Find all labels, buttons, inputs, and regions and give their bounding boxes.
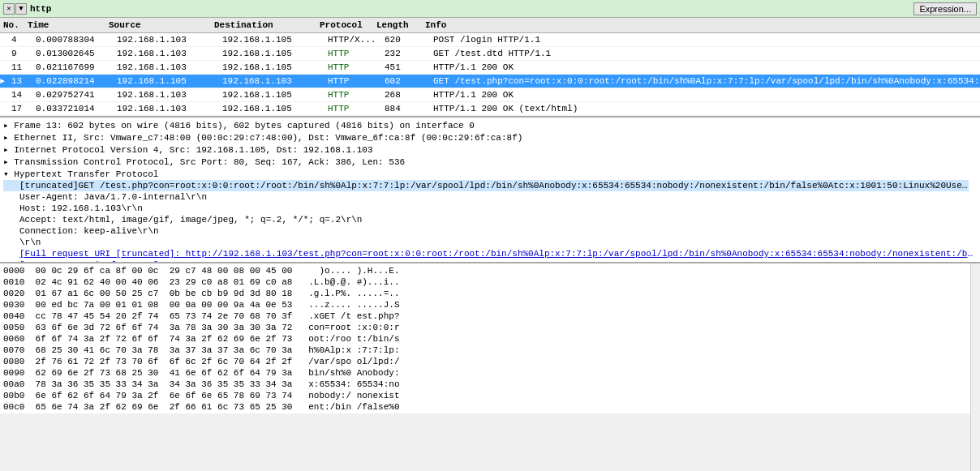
packet-row[interactable]: 110.021167699192.168.1.103192.168.1.105H… bbox=[0, 61, 980, 75]
row-arrow bbox=[0, 48, 8, 59]
row-time: 0.029752741 bbox=[32, 89, 114, 101]
detail-host: Host: 192.168.1.103\r\n bbox=[3, 203, 977, 214]
row-time: 0.022898214 bbox=[32, 75, 114, 87]
filter-label: http bbox=[30, 4, 51, 14]
row-arrow bbox=[0, 89, 8, 101]
packet-list-header: No. Time Source Destination Protocol Len… bbox=[0, 18, 980, 33]
hex-dump: 0000 00 0c 29 6f ca 8f 00 0c 29 c7 48 00… bbox=[0, 263, 970, 471]
filter-bar: ✕ ▼ http Expression... bbox=[0, 0, 980, 18]
detail-frame[interactable]: Frame 13: 602 bytes on wire (4816 bits),… bbox=[3, 119, 977, 131]
row-length: 451 bbox=[381, 62, 430, 73]
row-protocol: HTTP/X... bbox=[325, 34, 381, 45]
hex-row: 0050 63 6f 6e 3d 72 6f 6f 74 3a 78 3a 30… bbox=[3, 322, 967, 333]
row-arrow bbox=[0, 34, 8, 45]
hex-dump-content: 0000 00 0c 29 6f ca 8f 00 0c 29 c7 48 00… bbox=[0, 263, 970, 413]
row-length: 602 bbox=[381, 75, 430, 87]
row-arrow bbox=[0, 62, 8, 73]
row-protocol: HTTP bbox=[325, 75, 381, 87]
hex-row: 0090 62 69 6e 2f 73 68 25 30 41 6e 6f 62… bbox=[3, 367, 967, 379]
filter-close-button[interactable]: ✕ bbox=[3, 3, 15, 15]
row-dest: 192.168.1.105 bbox=[219, 62, 325, 73]
row-source: 192.168.1.103 bbox=[114, 103, 219, 114]
expression-button[interactable]: Expression... bbox=[913, 2, 977, 15]
hex-row: 00b0 6e 6f 62 6f 64 79 3a 2f 6e 6f 6e 65… bbox=[3, 390, 967, 401]
row-source: 192.168.1.103 bbox=[114, 34, 219, 45]
row-source: 192.168.1.105 bbox=[114, 75, 219, 87]
packet-row[interactable]: 40.000788304192.168.1.103192.168.1.105HT… bbox=[0, 33, 980, 47]
row-arrow: ► bbox=[0, 75, 8, 87]
detail-tcp[interactable]: Transmission Control Protocol, Src Port:… bbox=[3, 156, 977, 168]
row-no: 9 bbox=[8, 48, 32, 59]
packet-row[interactable]: 140.029752741192.168.1.103192.168.1.105H… bbox=[0, 88, 980, 102]
row-source: 192.168.1.103 bbox=[114, 48, 219, 59]
row-no: 13 bbox=[8, 75, 32, 87]
row-dest: 192.168.1.105 bbox=[219, 103, 325, 114]
row-source: 192.168.1.103 bbox=[114, 89, 219, 101]
detail-connection: Connection: keep-alive\r\n bbox=[3, 225, 977, 237]
hex-row: 0040 cc 78 47 45 54 20 2f 74 65 73 74 2e… bbox=[3, 310, 967, 322]
filter-dropdown-button[interactable]: ▼ bbox=[15, 3, 27, 15]
col-header-time: Time bbox=[24, 19, 105, 31]
hex-row: 0030 00 ed bc 7a 00 01 01 08 00 0a 00 00… bbox=[3, 299, 967, 310]
row-time: 0.013002645 bbox=[32, 48, 114, 59]
detail-ip[interactable]: Internet Protocol Version 4, Src: 192.16… bbox=[3, 143, 977, 156]
row-arrow bbox=[0, 103, 8, 114]
row-protocol: HTTP bbox=[325, 103, 381, 114]
hex-row: 00a0 78 3a 36 35 35 33 34 3a 34 3a 36 35… bbox=[3, 379, 967, 390]
filter-close-group: ✕ ▼ bbox=[3, 3, 27, 15]
row-length: 620 bbox=[381, 34, 430, 45]
row-no: 4 bbox=[8, 34, 32, 45]
detail-accept: Accept: text/html, image/gif, image/jpeg… bbox=[3, 214, 977, 225]
detail-user-agent: User-Agent: Java/1.7.0-internal\r\n bbox=[3, 191, 977, 203]
row-time: 0.000788304 bbox=[32, 34, 114, 45]
packet-rows: 40.000788304192.168.1.103192.168.1.105HT… bbox=[0, 33, 980, 116]
row-length: 268 bbox=[381, 89, 430, 101]
hex-row: 0020 01 67 a1 6c 00 50 25 c7 0b be cb b9… bbox=[3, 288, 967, 299]
col-header-source: Source bbox=[105, 19, 211, 31]
hex-row: 0010 02 4c 91 62 40 00 40 06 23 29 c0 a8… bbox=[3, 276, 967, 288]
row-info: HTTP/1.1 200 OK bbox=[430, 89, 980, 101]
detail-full-uri[interactable]: [Full request URI [truncated]: http://19… bbox=[3, 248, 977, 259]
row-no: 14 bbox=[8, 89, 32, 101]
detail-http-label[interactable]: Hypertext Transfer Protocol bbox=[3, 168, 977, 180]
row-length: 232 bbox=[381, 48, 430, 59]
row-dest: 192.168.1.105 bbox=[219, 48, 325, 59]
row-source: 192.168.1.103 bbox=[114, 62, 219, 73]
row-no: 17 bbox=[8, 103, 32, 114]
packet-detail: Frame 13: 602 bytes on wire (4816 bits),… bbox=[0, 118, 980, 263]
hex-row: 0070 68 25 30 41 6c 70 3a 78 3a 37 3a 37… bbox=[3, 345, 967, 356]
row-info: GET /test.php?con=root:x:0:0:root:/root:… bbox=[430, 75, 980, 87]
detail-ethernet[interactable]: Ethernet II, Src: Vmware_c7:48:00 (00:0c… bbox=[3, 131, 977, 143]
row-dest: 192.168.1.105 bbox=[219, 89, 325, 101]
row-protocol: HTTP bbox=[325, 62, 381, 73]
row-info: GET /test.dtd HTTP/1.1 bbox=[430, 48, 980, 59]
main-window: ✕ ▼ http Expression... No. Time Source D… bbox=[0, 0, 980, 471]
col-header-no: No. bbox=[0, 19, 24, 31]
packet-list: No. Time Source Destination Protocol Len… bbox=[0, 18, 980, 118]
row-protocol: HTTP bbox=[325, 89, 381, 101]
packet-row[interactable]: 90.013002645192.168.1.103192.168.1.105HT… bbox=[0, 47, 980, 61]
packet-row[interactable]: ►130.022898214192.168.1.105192.168.1.103… bbox=[0, 75, 980, 88]
hex-row: 0000 00 0c 29 6f ca 8f 00 0c 29 c7 48 00… bbox=[3, 265, 967, 276]
hex-row: 00c0 65 6e 74 3a 2f 62 69 6e 2f 66 61 6c… bbox=[3, 401, 967, 413]
hex-scroll-bar[interactable] bbox=[970, 263, 980, 471]
col-header-length: Length bbox=[373, 19, 422, 31]
col-header-destination: Destination bbox=[211, 19, 316, 31]
col-header-protocol: Protocol bbox=[316, 19, 373, 31]
bottom-section: 0000 00 0c 29 6f ca 8f 00 0c 29 c7 48 00… bbox=[0, 263, 980, 471]
col-header-info: Info bbox=[422, 19, 980, 31]
row-dest: 192.168.1.105 bbox=[219, 34, 325, 45]
row-info: POST /login HTTP/1.1 bbox=[430, 34, 980, 45]
hex-row: 0060 6f 6f 74 3a 2f 72 6f 6f 74 3a 2f 62… bbox=[3, 333, 967, 345]
hex-row: 0080 2f 76 61 72 2f 73 70 6f 6f 6c 2f 6c… bbox=[3, 356, 967, 367]
row-no: 11 bbox=[8, 62, 32, 73]
detail-http-req[interactable]: [truncated]GET /test.php?con=root:x:0:0:… bbox=[3, 180, 969, 191]
hex-row: 00d0 41 74 63 3a 78 3a 31 30 30 31 3a 35… bbox=[3, 413, 967, 413]
row-dest: 192.168.1.103 bbox=[219, 75, 325, 87]
row-time: 0.033721014 bbox=[32, 103, 114, 114]
packet-row[interactable]: 170.033721014192.168.1.103192.168.1.105H… bbox=[0, 102, 980, 116]
row-protocol: HTTP bbox=[325, 48, 381, 59]
row-info: HTTP/1.1 200 OK bbox=[430, 62, 980, 73]
row-info: HTTP/1.1 200 OK (text/html) bbox=[430, 103, 980, 114]
row-time: 0.021167699 bbox=[32, 62, 114, 73]
